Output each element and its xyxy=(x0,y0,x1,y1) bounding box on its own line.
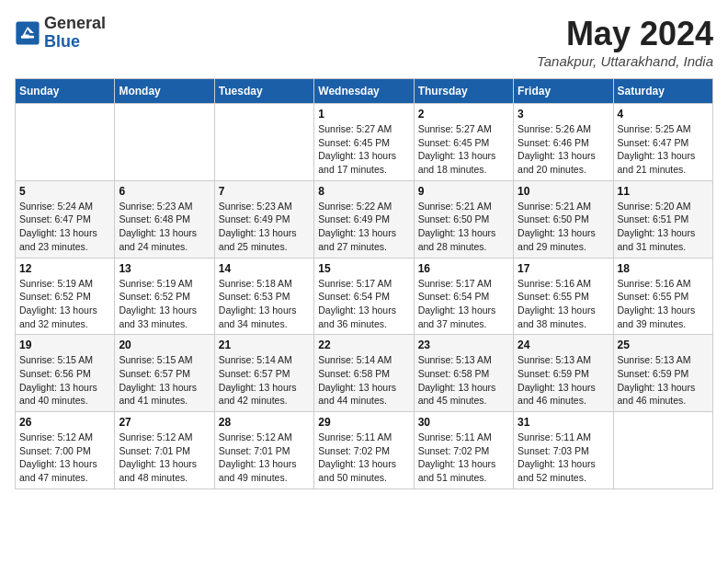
calendar-cell: 26Sunrise: 5:12 AM Sunset: 7:00 PM Dayli… xyxy=(16,412,115,489)
cell-info-text: Sunrise: 5:24 AM Sunset: 6:47 PM Dayligh… xyxy=(19,200,110,254)
cell-info-text: Sunrise: 5:12 AM Sunset: 7:01 PM Dayligh… xyxy=(219,431,310,485)
cell-info-text: Sunrise: 5:27 AM Sunset: 6:45 PM Dayligh… xyxy=(418,122,509,177)
calendar-cell: 7Sunrise: 5:23 AM Sunset: 6:49 PM Daylig… xyxy=(214,180,313,258)
weekday-header-tuesday: Tuesday xyxy=(214,79,313,104)
title-area: May 2024 Tanakpur, Uttarakhand, India xyxy=(537,15,713,69)
weekday-header-friday: Friday xyxy=(514,79,613,104)
weekday-header-monday: Monday xyxy=(115,79,214,104)
calendar-cell: 14Sunrise: 5:18 AM Sunset: 6:53 PM Dayli… xyxy=(214,258,313,335)
cell-date-number: 9 xyxy=(418,185,509,198)
cell-date-number: 18 xyxy=(618,262,709,275)
calendar-cell: 18Sunrise: 5:16 AM Sunset: 6:55 PM Dayli… xyxy=(613,258,712,335)
calendar-cell: 11Sunrise: 5:20 AM Sunset: 6:51 PM Dayli… xyxy=(613,180,712,258)
cell-info-text: Sunrise: 5:17 AM Sunset: 6:54 PM Dayligh… xyxy=(318,277,409,331)
cell-date-number: 7 xyxy=(219,185,310,198)
logo-general-text: General xyxy=(44,15,106,33)
cell-date-number: 24 xyxy=(518,339,609,351)
calendar-cell: 25Sunrise: 5:13 AM Sunset: 6:59 PM Dayli… xyxy=(613,335,712,412)
logo-text: General Blue xyxy=(44,15,106,52)
cell-date-number: 2 xyxy=(418,108,509,121)
cell-info-text: Sunrise: 5:17 AM Sunset: 6:54 PM Dayligh… xyxy=(418,277,509,331)
header: General Blue May 2024 Tanakpur, Uttarakh… xyxy=(15,15,713,69)
cell-info-text: Sunrise: 5:21 AM Sunset: 6:50 PM Dayligh… xyxy=(418,200,509,254)
calendar-cell: 24Sunrise: 5:13 AM Sunset: 6:59 PM Dayli… xyxy=(514,335,613,412)
calendar-cell: 2Sunrise: 5:27 AM Sunset: 6:45 PM Daylig… xyxy=(414,104,513,181)
cell-date-number: 3 xyxy=(518,108,609,121)
svg-rect-0 xyxy=(16,21,39,44)
cell-info-text: Sunrise: 5:15 AM Sunset: 6:57 PM Dayligh… xyxy=(119,353,210,408)
cell-info-text: Sunrise: 5:12 AM Sunset: 7:01 PM Dayligh… xyxy=(119,431,210,485)
calendar-cell: 12Sunrise: 5:19 AM Sunset: 6:52 PM Dayli… xyxy=(16,258,115,335)
weekday-header-wednesday: Wednesday xyxy=(314,79,414,104)
cell-info-text: Sunrise: 5:16 AM Sunset: 6:55 PM Dayligh… xyxy=(518,277,609,331)
calendar-cell: 31Sunrise: 5:11 AM Sunset: 7:03 PM Dayli… xyxy=(514,412,613,489)
cell-date-number: 31 xyxy=(518,416,609,429)
weekday-header-row: SundayMondayTuesdayWednesdayThursdayFrid… xyxy=(16,79,713,104)
cell-date-number: 22 xyxy=(318,339,409,351)
calendar-cell: 6Sunrise: 5:23 AM Sunset: 6:48 PM Daylig… xyxy=(115,180,214,258)
cell-info-text: Sunrise: 5:23 AM Sunset: 6:49 PM Dayligh… xyxy=(219,200,310,254)
cell-date-number: 1 xyxy=(318,108,409,121)
week-row-3: 12Sunrise: 5:19 AM Sunset: 6:52 PM Dayli… xyxy=(16,258,713,335)
calendar-cell xyxy=(16,104,115,181)
cell-date-number: 17 xyxy=(518,262,609,275)
cell-info-text: Sunrise: 5:14 AM Sunset: 6:57 PM Dayligh… xyxy=(219,353,310,408)
calendar-cell: 19Sunrise: 5:15 AM Sunset: 6:56 PM Dayli… xyxy=(16,335,115,412)
cell-date-number: 26 xyxy=(19,416,110,429)
cell-date-number: 10 xyxy=(518,185,609,198)
cell-date-number: 6 xyxy=(119,185,210,198)
calendar-cell: 3Sunrise: 5:26 AM Sunset: 6:46 PM Daylig… xyxy=(514,104,613,181)
cell-info-text: Sunrise: 5:18 AM Sunset: 6:53 PM Dayligh… xyxy=(219,277,310,331)
cell-date-number: 16 xyxy=(418,262,509,275)
cell-info-text: Sunrise: 5:12 AM Sunset: 7:00 PM Dayligh… xyxy=(19,431,110,485)
cell-info-text: Sunrise: 5:16 AM Sunset: 6:55 PM Dayligh… xyxy=(618,277,709,331)
cell-info-text: Sunrise: 5:11 AM Sunset: 7:03 PM Dayligh… xyxy=(518,431,609,485)
calendar-cell: 29Sunrise: 5:11 AM Sunset: 7:02 PM Dayli… xyxy=(314,412,414,489)
cell-date-number: 28 xyxy=(219,416,310,429)
weekday-header-sunday: Sunday xyxy=(16,79,115,104)
calendar-cell: 9Sunrise: 5:21 AM Sunset: 6:50 PM Daylig… xyxy=(414,180,513,258)
cell-info-text: Sunrise: 5:27 AM Sunset: 6:45 PM Dayligh… xyxy=(318,122,409,177)
logo-icon xyxy=(15,20,40,46)
calendar-cell: 22Sunrise: 5:14 AM Sunset: 6:58 PM Dayli… xyxy=(314,335,414,412)
cell-date-number: 11 xyxy=(618,185,709,198)
calendar-cell xyxy=(214,104,313,181)
cell-date-number: 5 xyxy=(19,185,110,198)
calendar-cell: 17Sunrise: 5:16 AM Sunset: 6:55 PM Dayli… xyxy=(514,258,613,335)
calendar-cell: 1Sunrise: 5:27 AM Sunset: 6:45 PM Daylig… xyxy=(314,104,414,181)
calendar-cell: 15Sunrise: 5:17 AM Sunset: 6:54 PM Dayli… xyxy=(314,258,414,335)
cell-info-text: Sunrise: 5:11 AM Sunset: 7:02 PM Dayligh… xyxy=(418,431,509,485)
calendar-cell: 13Sunrise: 5:19 AM Sunset: 6:52 PM Dayli… xyxy=(115,258,214,335)
week-row-1: 1Sunrise: 5:27 AM Sunset: 6:45 PM Daylig… xyxy=(16,104,713,181)
cell-info-text: Sunrise: 5:26 AM Sunset: 6:46 PM Dayligh… xyxy=(518,122,609,177)
cell-info-text: Sunrise: 5:25 AM Sunset: 6:47 PM Dayligh… xyxy=(618,122,709,177)
calendar-table: SundayMondayTuesdayWednesdayThursdayFrid… xyxy=(15,78,713,489)
calendar-cell: 23Sunrise: 5:13 AM Sunset: 6:58 PM Dayli… xyxy=(414,335,513,412)
week-row-4: 19Sunrise: 5:15 AM Sunset: 6:56 PM Dayli… xyxy=(16,335,713,412)
cell-info-text: Sunrise: 5:22 AM Sunset: 6:49 PM Dayligh… xyxy=(318,200,409,254)
cell-info-text: Sunrise: 5:23 AM Sunset: 6:48 PM Dayligh… xyxy=(119,200,210,254)
cell-info-text: Sunrise: 5:13 AM Sunset: 6:59 PM Dayligh… xyxy=(618,353,709,408)
cell-date-number: 27 xyxy=(119,416,210,429)
cell-date-number: 30 xyxy=(418,416,509,429)
cell-info-text: Sunrise: 5:13 AM Sunset: 6:58 PM Dayligh… xyxy=(418,353,509,408)
calendar-cell xyxy=(613,412,712,489)
weekday-header-saturday: Saturday xyxy=(613,79,712,104)
cell-info-text: Sunrise: 5:11 AM Sunset: 7:02 PM Dayligh… xyxy=(318,431,409,485)
calendar-cell: 21Sunrise: 5:14 AM Sunset: 6:57 PM Dayli… xyxy=(214,335,313,412)
calendar-cell: 16Sunrise: 5:17 AM Sunset: 6:54 PM Dayli… xyxy=(414,258,513,335)
subtitle: Tanakpur, Uttarakhand, India xyxy=(537,53,713,69)
calendar-cell: 10Sunrise: 5:21 AM Sunset: 6:50 PM Dayli… xyxy=(514,180,613,258)
main-title: May 2024 xyxy=(537,15,713,53)
cell-info-text: Sunrise: 5:19 AM Sunset: 6:52 PM Dayligh… xyxy=(119,277,210,331)
calendar-cell: 20Sunrise: 5:15 AM Sunset: 6:57 PM Dayli… xyxy=(115,335,214,412)
calendar-cell: 4Sunrise: 5:25 AM Sunset: 6:47 PM Daylig… xyxy=(613,104,712,181)
cell-date-number: 29 xyxy=(318,416,409,429)
cell-date-number: 4 xyxy=(618,108,709,121)
weekday-header-thursday: Thursday xyxy=(414,79,513,104)
cell-date-number: 19 xyxy=(19,339,110,351)
calendar-cell: 28Sunrise: 5:12 AM Sunset: 7:01 PM Dayli… xyxy=(214,412,313,489)
cell-info-text: Sunrise: 5:13 AM Sunset: 6:59 PM Dayligh… xyxy=(518,353,609,408)
cell-date-number: 23 xyxy=(418,339,509,351)
cell-date-number: 20 xyxy=(119,339,210,351)
